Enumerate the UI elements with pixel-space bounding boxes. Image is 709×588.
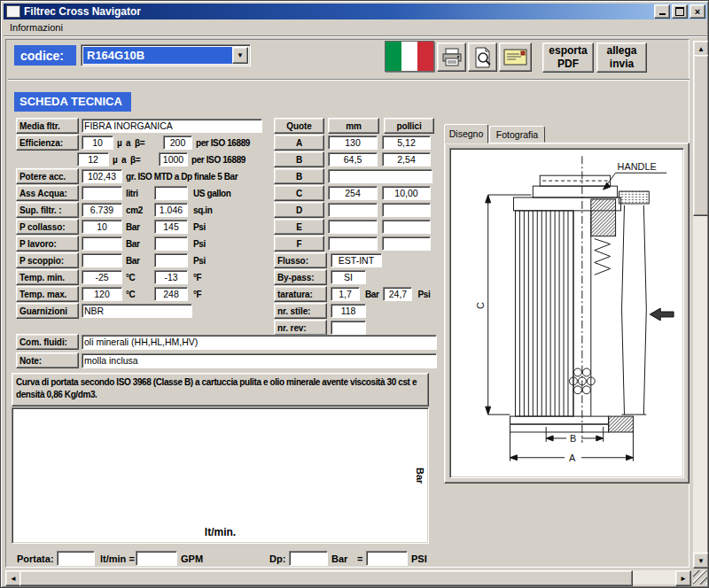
bypass-label[interactable]: By-pass: xyxy=(274,269,327,285)
combobox-dropdown-button[interactable]: ▼ xyxy=(232,47,248,64)
dim-e-inch-input[interactable] xyxy=(382,220,431,234)
dim-a-label[interactable]: A xyxy=(274,135,324,151)
horizontal-scroll-thumb[interactable] xyxy=(19,570,633,586)
sup-filtr-cm2-input[interactable] xyxy=(82,203,122,217)
menu-item-informazioni[interactable]: Informazioni xyxy=(4,20,69,35)
nr-rev-input[interactable] xyxy=(331,321,366,335)
collasso-bar-label: Bar xyxy=(126,222,154,232)
p-lavoro-psi-input[interactable] xyxy=(154,236,188,251)
close-button[interactable]: × xyxy=(690,4,705,19)
temp-min-label[interactable]: Temp. min. xyxy=(16,269,79,285)
nr-stile-label[interactable]: nr. stile: xyxy=(274,303,327,319)
potere-acc-label[interactable]: Potere acc. xyxy=(16,168,79,184)
nr-stile-input[interactable] xyxy=(331,304,366,318)
temp-max-c-input[interactable] xyxy=(82,287,122,301)
ass-acqua-label[interactable]: Ass Acqua: xyxy=(16,185,79,201)
p-collasso-psi-input[interactable] xyxy=(154,220,188,234)
dim-f-label[interactable]: F xyxy=(274,236,324,251)
flusso-label[interactable]: Flusso: xyxy=(274,252,327,268)
field-row-sup: Sup. filtr. : cm2 sq.in xyxy=(16,203,275,217)
sup-filtr-sqin-input[interactable] xyxy=(154,203,188,217)
gpm-input[interactable] xyxy=(136,551,177,566)
dim-b-text: B xyxy=(570,433,576,444)
resize-grip[interactable] xyxy=(693,570,707,584)
p-scoppio-psi-input[interactable] xyxy=(154,253,188,267)
dim-d-label[interactable]: D xyxy=(274,202,324,218)
maximize-button[interactable] xyxy=(672,4,688,19)
taratura-label[interactable]: taratura: xyxy=(274,286,327,302)
dp-input[interactable] xyxy=(289,551,328,566)
taratura-bar-input[interactable] xyxy=(331,287,360,301)
temp-max-label[interactable]: Temp. max. xyxy=(16,286,79,302)
dim-c-mm-input[interactable] xyxy=(328,186,378,200)
p-scoppio-label[interactable]: P scoppio: xyxy=(16,252,79,268)
note-label[interactable]: Note: xyxy=(16,352,79,368)
potere-acc-input[interactable] xyxy=(82,169,122,183)
horizontal-scrollbar[interactable]: ◄ ► xyxy=(5,570,691,584)
temp-max-f-input[interactable] xyxy=(154,287,188,301)
beta-value-1-input[interactable] xyxy=(163,135,192,150)
dim-a-inch-input[interactable] xyxy=(382,135,431,150)
scoppio-psi-label: Psi xyxy=(193,256,206,266)
efficienza-micron-1-input[interactable] xyxy=(82,135,113,150)
com-fluidi-label[interactable]: Com. fluidi: xyxy=(16,334,79,350)
dim-b-label[interactable]: B xyxy=(274,151,324,167)
dim-a-mm-input[interactable] xyxy=(328,135,378,150)
dim-d-mm-input[interactable] xyxy=(328,203,378,217)
dim-f-inch-input[interactable] xyxy=(382,236,431,251)
dim-e-label[interactable]: E xyxy=(274,219,324,235)
p-lavoro-label[interactable]: P lavoro: xyxy=(16,236,79,251)
guarnizioni-label[interactable]: Guarnizioni xyxy=(16,303,79,319)
bypass-input[interactable] xyxy=(331,270,366,284)
portata-input[interactable] xyxy=(57,551,95,566)
taratura-psi-input[interactable] xyxy=(383,287,412,301)
scroll-right-button[interactable]: ► xyxy=(675,570,691,586)
efficienza-label[interactable]: Efficienza: xyxy=(16,135,79,151)
dim-c-inch-input[interactable] xyxy=(382,186,431,200)
temp-min-f-input[interactable] xyxy=(154,270,188,284)
guarnizioni-input[interactable] xyxy=(82,304,192,318)
media-fltr-input[interactable] xyxy=(82,119,262,133)
dim-b2-label[interactable]: B xyxy=(274,168,324,184)
minimize-icon xyxy=(659,13,666,15)
export-pdf-button[interactable]: esporta PDF xyxy=(542,43,594,73)
minimize-button[interactable] xyxy=(654,4,670,19)
p-collasso-bar-input[interactable] xyxy=(82,220,122,234)
note-input[interactable] xyxy=(82,353,437,368)
email-button[interactable] xyxy=(499,43,532,72)
nr-rev-label[interactable]: nr. rev: xyxy=(274,320,327,336)
italian-flag-icon[interactable] xyxy=(385,41,434,72)
vertical-scroll-thumb[interactable] xyxy=(693,55,709,216)
p-lavoro-bar-input[interactable] xyxy=(82,236,122,251)
com-fluidi-input[interactable] xyxy=(82,335,437,350)
psi-input[interactable] xyxy=(366,551,408,566)
dim-b2-wide-input[interactable] xyxy=(328,169,432,183)
beta-value-2-input[interactable] xyxy=(159,152,188,166)
quote-table: Quote mm pollici A B B C D E xyxy=(274,119,433,337)
attach-send-button[interactable]: allega invia xyxy=(596,43,647,73)
lavoro-psi-label: Psi xyxy=(193,239,206,249)
efficienza-micron-2-input[interactable] xyxy=(77,152,109,166)
sup-filtr-label[interactable]: Sup. filtr. : xyxy=(16,202,79,218)
print-button[interactable] xyxy=(437,43,466,72)
dim-b-mm-input[interactable] xyxy=(328,152,378,166)
dim-e-mm-input[interactable] xyxy=(328,220,378,234)
print-preview-button[interactable] xyxy=(468,43,497,72)
temp-min-c-input[interactable] xyxy=(82,270,122,284)
ass-acqua-gallon-input[interactable] xyxy=(154,186,188,200)
p-scoppio-bar-input[interactable] xyxy=(82,253,122,267)
tab-disegno[interactable]: Disegno xyxy=(444,124,488,143)
tab-fotografia[interactable]: Fotografia xyxy=(489,126,545,143)
dim-d-inch-input[interactable] xyxy=(382,203,431,217)
scroll-down-button[interactable]: ▼ xyxy=(693,553,709,569)
dim-f-mm-input[interactable] xyxy=(328,236,378,251)
ass-acqua-litri-input[interactable] xyxy=(82,186,122,200)
flusso-input[interactable] xyxy=(331,253,382,267)
vertical-scrollbar[interactable]: ▲ ▼ xyxy=(693,41,707,569)
media-fltr-label[interactable]: Media fltr. xyxy=(16,118,79,134)
dim-b-inch-input[interactable] xyxy=(382,152,431,166)
codice-combobox[interactable]: R164G10B ▼ xyxy=(81,44,251,66)
p-collasso-label[interactable]: P collasso: xyxy=(16,219,79,235)
dim-c-label[interactable]: C xyxy=(274,185,324,201)
window-title: Filtrec Cross Navigator xyxy=(24,5,652,18)
